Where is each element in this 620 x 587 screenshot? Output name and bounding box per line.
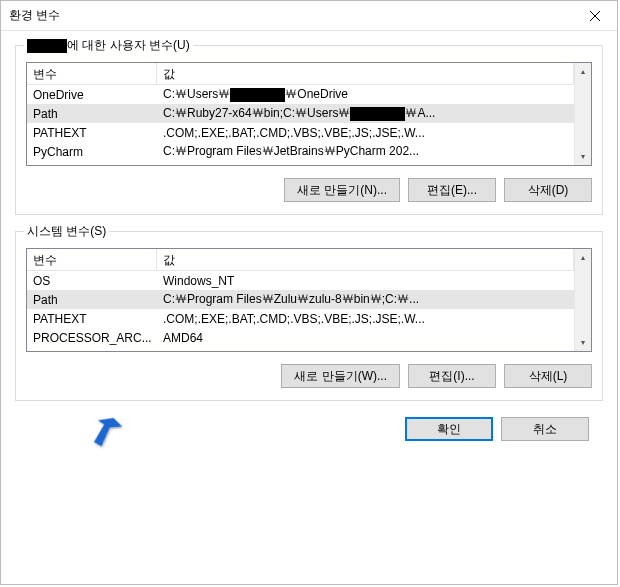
system-vars-header-row: 변수 값 [27, 249, 574, 271]
user-vars-header-value[interactable]: 값 [157, 63, 574, 84]
system-delete-button[interactable]: 삭제(L) [504, 364, 592, 388]
titlebar: 환경 변수 [1, 1, 617, 31]
system-new-button[interactable]: 새로 만들기(W)... [281, 364, 400, 388]
var-value-cell: AMD64 [157, 331, 574, 345]
cancel-button[interactable]: 취소 [501, 417, 589, 441]
var-name-cell: PATHEXT [27, 312, 157, 326]
var-value-cell: C:￦Program Files￦JetBrains￦PyCharm 202..… [157, 143, 574, 160]
user-vars-scrollbar[interactable]: ▴ ▾ [574, 63, 591, 165]
system-variables-label: 시스템 변수(S) [24, 223, 109, 240]
var-name-cell: OS [27, 274, 157, 288]
ok-button[interactable]: 확인 [405, 417, 493, 441]
user-vars-table-main: 변수 값 OneDriveC:￦Users￦￦OneDrivePathC:￦Ru… [27, 63, 574, 165]
var-name-cell: PROCESSOR_ARC... [27, 331, 157, 345]
var-value-cell: .COM;.EXE;.BAT;.CMD;.VBS;.VBE;.JS;.JSE;.… [157, 126, 574, 140]
table-row[interactable]: PyCharmC:￦Program Files￦JetBrains￦PyChar… [27, 142, 574, 161]
table-row[interactable]: OSWindows_NT [27, 271, 574, 290]
close-icon [590, 11, 600, 21]
redacted-username [27, 39, 67, 53]
table-row[interactable]: PROCESSOR_ARC...AMD64 [27, 328, 574, 347]
system-edit-button[interactable]: 편집(I)... [408, 364, 496, 388]
redacted-value [350, 107, 405, 121]
user-vars-header-row: 변수 값 [27, 63, 574, 85]
table-row[interactable]: PathC:￦Program Files￦Zulu￦zulu-8￦bin￦;C:… [27, 290, 574, 309]
system-vars-table-main: 변수 값 OSWindows_NTPathC:￦Program Files￦Zu… [27, 249, 574, 351]
user-vars-buttons: 새로 만들기(N)... 편집(E)... 삭제(D) [26, 178, 592, 202]
close-button[interactable] [572, 1, 617, 30]
var-value-cell: Windows_NT [157, 274, 574, 288]
table-row[interactable]: PATHEXT.COM;.EXE;.BAT;.CMD;.VBS;.VBE;.JS… [27, 123, 574, 142]
user-new-button[interactable]: 새로 만들기(N)... [284, 178, 400, 202]
scroll-track[interactable] [575, 80, 591, 148]
var-value-cell: C:￦Ruby27-x64￦bin;C:￦Users￦￦A... [157, 105, 574, 122]
dialog-content: 에 대한 사용자 변수(U) 변수 값 OneDriveC:￦Users￦￦On… [1, 31, 617, 469]
user-vars-table: 변수 값 OneDriveC:￦Users￦￦OneDrivePathC:￦Ru… [26, 62, 592, 166]
scroll-down-icon[interactable]: ▾ [575, 334, 591, 351]
var-name-cell: Path [27, 293, 157, 307]
scroll-up-icon[interactable]: ▴ [575, 249, 591, 266]
user-vars-body[interactable]: OneDriveC:￦Users￦￦OneDrivePathC:￦Ruby27-… [27, 85, 574, 165]
redacted-value [230, 88, 285, 102]
var-name-cell: PATHEXT [27, 126, 157, 140]
user-variables-label: 에 대한 사용자 변수(U) [24, 37, 193, 54]
var-value-cell: C:￦Program Files￦Zulu￦zulu-8￦bin￦;C:￦... [157, 291, 574, 308]
user-edit-button[interactable]: 편집(E)... [408, 178, 496, 202]
system-vars-buttons: 새로 만들기(W)... 편집(I)... 삭제(L) [26, 364, 592, 388]
user-vars-header-name[interactable]: 변수 [27, 63, 157, 84]
var-name-cell: OneDrive [27, 88, 157, 102]
table-row[interactable]: PathC:￦Ruby27-x64￦bin;C:￦Users￦￦A... [27, 104, 574, 123]
table-row[interactable]: PATHEXT.COM;.EXE;.BAT;.CMD;.VBS;.VBE;.JS… [27, 309, 574, 328]
system-variables-group: 시스템 변수(S) 변수 값 OSWindows_NTPathC:￦Progra… [15, 231, 603, 401]
system-vars-table: 변수 값 OSWindows_NTPathC:￦Program Files￦Zu… [26, 248, 592, 352]
system-vars-scrollbar[interactable]: ▴ ▾ [574, 249, 591, 351]
table-row[interactable]: OneDriveC:￦Users￦￦OneDrive [27, 85, 574, 104]
user-delete-button[interactable]: 삭제(D) [504, 178, 592, 202]
scroll-track[interactable] [575, 266, 591, 334]
user-variables-group: 에 대한 사용자 변수(U) 변수 값 OneDriveC:￦Users￦￦On… [15, 45, 603, 215]
scroll-down-icon[interactable]: ▾ [575, 148, 591, 165]
user-vars-label-text: 에 대한 사용자 변수(U) [67, 37, 190, 54]
scroll-up-icon[interactable]: ▴ [575, 63, 591, 80]
var-name-cell: PyCharm [27, 145, 157, 159]
var-name-cell: Path [27, 107, 157, 121]
environment-variables-dialog: 환경 변수 에 대한 사용자 변수(U) 변수 값 OneDriveC:￦Use… [0, 0, 618, 585]
system-vars-header-value[interactable]: 값 [157, 249, 574, 270]
system-vars-header-name[interactable]: 변수 [27, 249, 157, 270]
dialog-action-buttons: 확인 취소 [15, 417, 603, 455]
var-value-cell: .COM;.EXE;.BAT;.CMD;.VBS;.VBE;.JS;.JSE;.… [157, 312, 574, 326]
var-value-cell: C:￦Users￦￦OneDrive [157, 86, 574, 103]
system-vars-body[interactable]: OSWindows_NTPathC:￦Program Files￦Zulu￦zu… [27, 271, 574, 351]
dialog-title: 환경 변수 [9, 7, 60, 24]
